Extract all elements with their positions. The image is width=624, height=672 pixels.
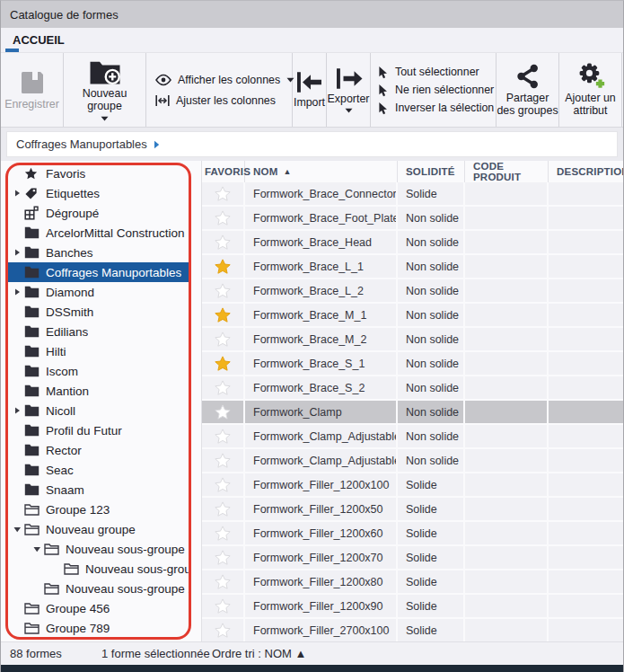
column-header-code-produit[interactable]: CODE PRODUIT: [465, 161, 549, 182]
favorite-star-filled-icon: [215, 307, 231, 323]
breadcrumb[interactable]: Coffrages Manuportables: [6, 131, 618, 157]
sidebar-item-groupe-456[interactable]: Groupe 456: [6, 598, 190, 618]
table-row[interactable]: Formwork_Filler_1200x80 Solide: [202, 570, 623, 593]
window-titlebar[interactable]: Catalogue de formes: [1, 1, 623, 28]
favorite-cell[interactable]: [202, 473, 243, 496]
table-row[interactable]: Formwork_Brace_Head Non solide: [202, 231, 623, 253]
export-label: Exporter: [328, 93, 370, 106]
favorite-cell[interactable]: [202, 182, 243, 205]
description-cell: [549, 546, 623, 569]
sidebar-item-seac[interactable]: Seac: [6, 460, 190, 480]
sidebar-item-mantion[interactable]: Mantion: [6, 381, 190, 401]
table-row[interactable]: Formwork_Clamp_Adjustable2 Non solide: [202, 449, 623, 472]
favorite-cell[interactable]: [202, 231, 243, 253]
favorite-cell[interactable]: [202, 498, 243, 520]
table-row[interactable]: Formwork_Clamp_Adjustable1 Non solide: [202, 425, 623, 447]
table-row[interactable]: Formwork_Filler_1200x70 Solide: [202, 546, 623, 569]
expander-collapsed-icon[interactable]: [10, 287, 24, 296]
sidebar-item-nouveau-sous-groupe-1[interactable]: Nouveau sous-groupe 1: [6, 539, 190, 559]
import-label: Import: [294, 97, 325, 110]
favorite-cell[interactable]: [202, 304, 243, 326]
sidebar-item-diamond[interactable]: Diamond: [6, 282, 190, 302]
favorite-cell[interactable]: [202, 352, 243, 375]
new-group-button[interactable]: Nouveau groupe: [64, 53, 145, 127]
table-row[interactable]: Formwork_Filler_2700x100 Solide: [202, 619, 623, 641]
sidebar-item-groupe-789[interactable]: Groupe 789: [6, 618, 190, 638]
save-button[interactable]: Enregistrer: [1, 53, 63, 127]
favorite-cell[interactable]: [202, 522, 243, 544]
table-row[interactable]: Formwork_Brace_M_1 Non solide: [202, 304, 623, 326]
table-row[interactable]: Formwork_Brace_Foot_Plate Non solide: [202, 207, 623, 229]
expander-expanded-icon[interactable]: [10, 525, 24, 534]
favorite-cell[interactable]: [202, 619, 243, 641]
favorite-star-empty-icon: [215, 332, 231, 347]
cursor-icon: [378, 102, 389, 115]
table-row[interactable]: Formwork_Filler_1200x60 Solide: [202, 522, 623, 544]
column-header-description[interactable]: DESCRIPTION: [549, 161, 623, 182]
sidebar-item-nouveau-sous-groupe-2[interactable]: Nouveau sous-groupe 2: [6, 579, 190, 598]
sidebar-item-coffrages-manuportables[interactable]: Coffrages Manuportables: [6, 262, 190, 282]
favorite-cell[interactable]: [202, 570, 243, 593]
table-row[interactable]: Formwork_Filler_1200x90 Solide: [202, 595, 623, 617]
sidebar-item-iscom[interactable]: Iscom: [6, 361, 190, 381]
sidebar-item-rector[interactable]: Rector: [6, 440, 190, 460]
expander-expanded-icon[interactable]: [30, 544, 44, 553]
favorite-cell[interactable]: [202, 425, 243, 447]
favorite-cell[interactable]: [202, 255, 243, 278]
share-groups-button[interactable]: Partager des groupes: [497, 53, 558, 127]
column-header-nom[interactable]: NOM ▲: [245, 161, 398, 182]
export-button[interactable]: Exporter: [327, 53, 370, 127]
favorite-cell[interactable]: [202, 207, 243, 229]
select-none-button[interactable]: Ne rien sélectionner: [378, 84, 496, 97]
table-row[interactable]: Formwork_Brace_L_1 Non solide: [202, 255, 623, 278]
expander-collapsed-icon[interactable]: [10, 406, 24, 415]
column-header-solidite[interactable]: SOLIDITÉ: [398, 161, 465, 182]
select-all-button[interactable]: Tout sélectionner: [378, 66, 496, 79]
name-cell: Formwork_Brace_M_2: [245, 328, 396, 350]
sidebar-item-hilti[interactable]: Hilti: [6, 341, 190, 361]
sidebar-item-profil-du-futur[interactable]: Profil du Futur: [6, 420, 190, 440]
table-row[interactable]: Formwork_Filler_1200x100 Solide: [202, 473, 623, 496]
table-row[interactable]: Formwork_Brace_L_2 Non solide: [202, 279, 623, 302]
favorite-cell[interactable]: [202, 328, 243, 350]
sidebar-item-snaam[interactable]: Snaam: [6, 480, 190, 500]
favorite-cell[interactable]: [202, 401, 243, 423]
show-columns-button[interactable]: Afficher les colonnes: [155, 74, 292, 86]
favorite-cell[interactable]: [202, 546, 243, 569]
sidebar-item-favoris[interactable]: Favoris: [6, 164, 190, 183]
sidebar-item-nouveau-groupe[interactable]: Nouveau groupe: [6, 519, 190, 539]
sidebar-item-edilians[interactable]: Edilians: [6, 322, 190, 341]
favorite-star-empty-icon: [215, 623, 231, 638]
fit-columns-button[interactable]: Ajuster les colonnes: [155, 94, 292, 107]
invert-selection-button[interactable]: Inverser la sélection: [378, 102, 496, 115]
sidebar-item-d-group-[interactable]: Dégroupé: [6, 203, 190, 223]
favorite-cell[interactable]: [202, 279, 243, 302]
favorite-cell[interactable]: [202, 449, 243, 472]
sidebar-item-nicoll[interactable]: Nicoll: [6, 401, 190, 420]
import-button[interactable]: Import: [293, 53, 326, 127]
table-row[interactable]: Formwork_Filler_1200x50 Solide: [202, 498, 623, 520]
column-header-favoris[interactable]: FAVORIS: [202, 161, 245, 182]
table-row[interactable]: Formwork_Brace_S_1 Non solide: [202, 352, 623, 375]
expander-collapsed-icon[interactable]: [10, 248, 24, 257]
sidebar-item-banches[interactable]: Banches: [6, 243, 190, 262]
table-row[interactable]: Formwork_Brace_Connector Solide: [202, 182, 623, 205]
favorite-cell[interactable]: [202, 376, 243, 399]
name-cell: Formwork_Filler_1200x90: [245, 595, 396, 617]
favorite-star-empty-icon: [215, 477, 231, 492]
add-attribute-button[interactable]: Ajouter un attribut: [559, 53, 621, 127]
expander-collapsed-icon[interactable]: [10, 189, 24, 198]
sidebar-item-groupe-123[interactable]: Groupe 123: [6, 500, 190, 519]
tab-accueil[interactable]: ACCUEIL: [1, 28, 76, 52]
sidebar-item-dssmith[interactable]: DSSmith: [6, 302, 190, 322]
sidebar-item-etiquettes[interactable]: Etiquettes: [6, 183, 190, 203]
folder-icon: [24, 365, 40, 377]
description-cell: [549, 231, 623, 253]
window-bottom-edge: [1, 665, 623, 672]
sidebar-item-nouveau-sous-groupe[interactable]: Nouveau sous-groupe: [6, 559, 190, 579]
table-row[interactable]: Formwork_Brace_S_2 Non solide: [202, 376, 623, 399]
table-row[interactable]: Formwork_Brace_M_2 Non solide: [202, 328, 623, 350]
sidebar-item-arcelormittal-construction[interactable]: ArcelorMittal Construction: [6, 223, 190, 243]
table-row[interactable]: Formwork_Clamp Non solide: [202, 401, 623, 423]
favorite-cell[interactable]: [202, 595, 243, 617]
